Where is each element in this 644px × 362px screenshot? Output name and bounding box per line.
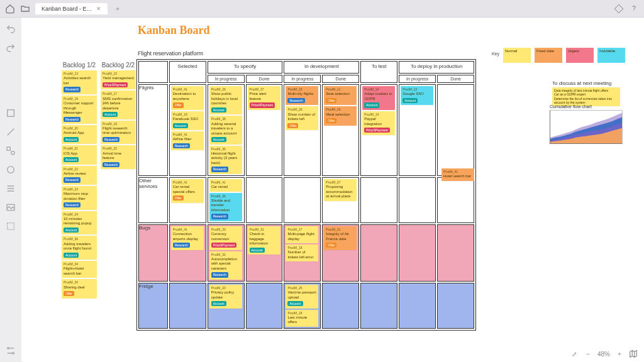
note-id: ProdM_32 [211, 253, 240, 256]
close-icon[interactable]: ✕ [96, 6, 101, 12]
sticky-note[interactable]: ProdM_34Flight+Hotel search bar [62, 261, 97, 278]
pen-tool-icon[interactable] [6, 127, 16, 137]
note-text: Airline review [64, 172, 95, 177]
note-tag: Account [211, 137, 226, 142]
sticky-note[interactable]: ProdM_21iOS AppAccount [62, 145, 97, 164]
sticky-note[interactable]: ProdM_11Seat selectionOffer [324, 86, 357, 105]
zoom-out-button[interactable]: − [584, 349, 592, 358]
sticky-note[interactable]: ProdM_36Shuttle and transfer information… [209, 193, 242, 221]
floating-note-hotel[interactable]: ProdM_41 Hotel search bar [441, 168, 474, 181]
sticky-note[interactable]: ProdM_41Car rental special offersOffer [171, 179, 204, 203]
sticky-note[interactable]: ProdM_41Airline filterResearch [171, 131, 204, 150]
diamond-icon[interactable] [614, 4, 624, 14]
sticky-note[interactable]: ProdM_19Customer support through Messeng… [62, 96, 97, 124]
note-id: ProdM_26 [326, 107, 355, 111]
sticky-note[interactable]: ProdM_20Android AppAccount [62, 125, 97, 144]
new-tab-button[interactable]: ＋ [113, 4, 123, 14]
sticky-note[interactable]: ProdM_27Multi-page flight display [286, 226, 318, 243]
note-tag: Account [211, 107, 226, 112]
home-icon[interactable] [5, 4, 15, 14]
sticky-note[interactable]: ProdM_15Yield managementPriceSPayment [101, 70, 136, 89]
sticky-note[interactable]: ProdM_38Adding several travelers to a un… [209, 116, 242, 144]
sticky-note[interactable]: ProdM_31Check-in baggage informationAcco… [248, 226, 280, 255]
sticky-note[interactable]: ProdM_25Vaccine passport uploadAccount [286, 285, 318, 309]
sticky-note[interactable]: ProdM_37Proposing accommodation at arriv… [324, 179, 357, 201]
note-text: Customer support through Messenger [64, 101, 95, 116]
svg-point-2 [11, 151, 14, 155]
help-icon[interactable]: ? [629, 4, 639, 14]
sticky-note[interactable]: ProdM_18Facebook SSOAccount [171, 111, 204, 130]
undo-icon[interactable] [6, 24, 16, 34]
sticky-note[interactable]: ProdM_14Adapt cookies to GDPRAccount [362, 86, 395, 110]
zoom-controls: ⤢ − 48% ＋ [570, 349, 638, 358]
discuss-note[interactable]: Data integrity of last minute flight off… [552, 87, 620, 106]
image-tool-icon[interactable] [6, 202, 16, 212]
svg-rect-1 [7, 147, 10, 150]
sticky-note[interactable]: ProdM_33Currency conversionPriceSPayment [209, 226, 242, 250]
note-tag: Account [402, 98, 418, 103]
note-tag: Research [64, 87, 80, 92]
window-tab[interactable]: Kanban Board - E… ✕ [35, 3, 108, 14]
sticky-note[interactable]: ProdM_20Privacy policy updateAccount [209, 285, 242, 309]
sticky-note[interactable]: ProdM_37Price alert featurePriceSPayment [248, 86, 280, 110]
sticky-note[interactable]: ProdM_41Car rental [209, 179, 242, 192]
sticky-note[interactable]: ProdM_14Paypal integrationPriceSPayment [362, 111, 395, 135]
note-id: ProdM_24 [64, 212, 95, 216]
note-tag: Account [64, 228, 79, 233]
sticky-note[interactable]: ProdM_2410 minutes remaining popupAccoun… [62, 211, 97, 235]
sticky-note[interactable]: ProdM_12Google SSOAccount [401, 86, 433, 105]
sticky-note[interactable]: ProdM_23Maximum stop duration filterRese… [62, 186, 97, 210]
note-text: Currency conversion [211, 232, 240, 241]
sticky-note[interactable]: ProdM_18Flight research time optimizatio… [101, 121, 136, 145]
shapes-icon[interactable] [6, 146, 16, 156]
note-text: Activities search bar [64, 76, 95, 85]
sub-deploy-done: Done [437, 75, 474, 83]
sticky-note[interactable]: ProdM_17SMS confirmation 24h before depa… [101, 90, 136, 119]
sticky-note[interactable]: ProdM_22Arrival time featureResearch [101, 145, 136, 169]
note-text: Flight+Hotel search bar [64, 266, 95, 276]
note-text: Flight research time optimization [103, 126, 134, 136]
note-id: ProdM_20 [64, 126, 95, 130]
sticky-note[interactable]: ProdM_36Adding travelers once flight fou… [62, 236, 97, 260]
note-id: ProdM_41 [173, 228, 202, 231]
sticky-note[interactable]: ProdM_22Airline reviewResearch [62, 166, 97, 185]
sticky-note[interactable]: ProdM_41Connection airports displayResea… [171, 226, 204, 250]
frame-tool-icon[interactable] [6, 221, 16, 231]
redo-icon[interactable] [6, 43, 16, 53]
sticky-note[interactable]: ProdM_36Historical flight activity (3 ye… [209, 146, 242, 174]
settings-icon[interactable] [6, 346, 16, 356]
map-icon[interactable] [629, 349, 638, 358]
sticky-note[interactable]: ProdM_41Destination to anywhereOffer [171, 86, 204, 110]
zoom-in-button[interactable]: ＋ [615, 349, 624, 358]
sticky-note[interactable]: ProdM_26Show number of tickets leftOffer [286, 106, 318, 130]
sticky-note[interactable]: ProdM_26Meal selectionOffer [324, 106, 357, 125]
backlog2-header: Backlog 2/2 [101, 62, 136, 69]
sticky-note[interactable]: ProdM_31Integrity of Air France dataOffe… [324, 226, 357, 250]
connector-icon[interactable] [6, 184, 16, 194]
sticky-note[interactable]: ProdM_13Activities search barResearch [62, 70, 97, 94]
note-text: Multi-page flight display [287, 232, 316, 241]
backlog1-header: Backlog 1/2 [62, 62, 97, 69]
note-tag: Research [211, 167, 228, 172]
note-tag: Offer [287, 123, 298, 128]
folder-icon[interactable] [20, 4, 30, 14]
sticky-note[interactable]: ProdM_32Autocompletion with special cara… [209, 251, 242, 280]
sticky-note[interactable]: ProdM_15Multi-city flightsResearch [286, 86, 318, 105]
note-text: Sharing deal [64, 285, 95, 290]
sticky-note[interactable]: ProdM_34Sharing dealOffer [62, 279, 97, 298]
note-id: ProdM_22 [64, 167, 95, 171]
cflow-chart-area [550, 110, 623, 144]
note-tag: Account [211, 301, 226, 306]
note-id: ProdM_41 [211, 180, 240, 184]
fit-icon[interactable]: ⤢ [570, 349, 579, 358]
sticker-icon[interactable] [6, 165, 16, 175]
note-tool-icon[interactable] [6, 108, 16, 118]
sticky-note[interactable]: ProdM_18Number of tickets left error [286, 244, 318, 261]
col-to-specify: To specify [208, 61, 283, 74]
note-tag: Offer [326, 243, 336, 248]
sticky-note[interactable]: ProdM_26Show public holidays in local co… [209, 86, 242, 114]
note-tag: Account [64, 137, 79, 142]
note-id: ProdM_41 [173, 133, 202, 136]
note-tag: Offer [64, 291, 74, 296]
sticky-note[interactable]: ProdM_18Last minute offers [286, 310, 318, 327]
